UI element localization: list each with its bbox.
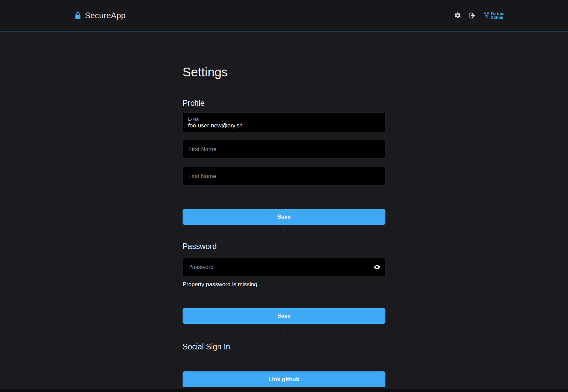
email-field[interactable]: E-Mail <box>183 113 385 132</box>
link-github-button[interactable]: Link github <box>183 371 385 387</box>
lock-icon <box>75 12 81 19</box>
settings-gear-button[interactable] <box>454 11 462 20</box>
email-input[interactable] <box>188 122 380 129</box>
fork-on-github-link[interactable]: Fork on GitHub <box>484 11 504 20</box>
app-header: SecureApp <box>0 0 568 31</box>
eye-icon <box>374 264 381 271</box>
last-name-input[interactable] <box>183 167 385 186</box>
page-title: Settings <box>183 31 385 80</box>
separator-dot <box>284 230 285 231</box>
password-section-heading: Password <box>183 241 385 251</box>
header-actions: Fork on GitHub <box>454 11 504 20</box>
app-logo[interactable]: SecureApp <box>75 11 126 20</box>
profile-section-heading: Profile <box>183 98 385 108</box>
password-error-message: Property password is missing. <box>183 281 385 288</box>
separator-dot <box>284 333 285 334</box>
password-input[interactable] <box>183 258 385 276</box>
profile-save-button[interactable]: Save <box>183 209 385 225</box>
password-save-button[interactable]: Save <box>183 308 385 324</box>
first-name-input[interactable] <box>183 140 385 158</box>
email-field-label: E-Mail <box>188 116 380 122</box>
password-visibility-toggle[interactable] <box>373 264 381 271</box>
page-bottom-strip <box>0 389 568 392</box>
settings-page: SecureApp <box>0 0 568 392</box>
fork-on-github-label: Fork on GitHub <box>491 11 504 20</box>
app-title: SecureApp <box>85 11 126 20</box>
password-field <box>183 258 385 276</box>
logout-button[interactable] <box>468 11 476 20</box>
social-section-heading: Social Sign In <box>183 342 385 352</box>
gear-underline <box>458 22 461 22</box>
gear-icon <box>454 12 461 19</box>
settings-content: Settings Profile E-Mail Save Password <box>183 31 385 387</box>
logout-door-icon <box>468 12 476 19</box>
git-fork-icon <box>484 12 489 19</box>
